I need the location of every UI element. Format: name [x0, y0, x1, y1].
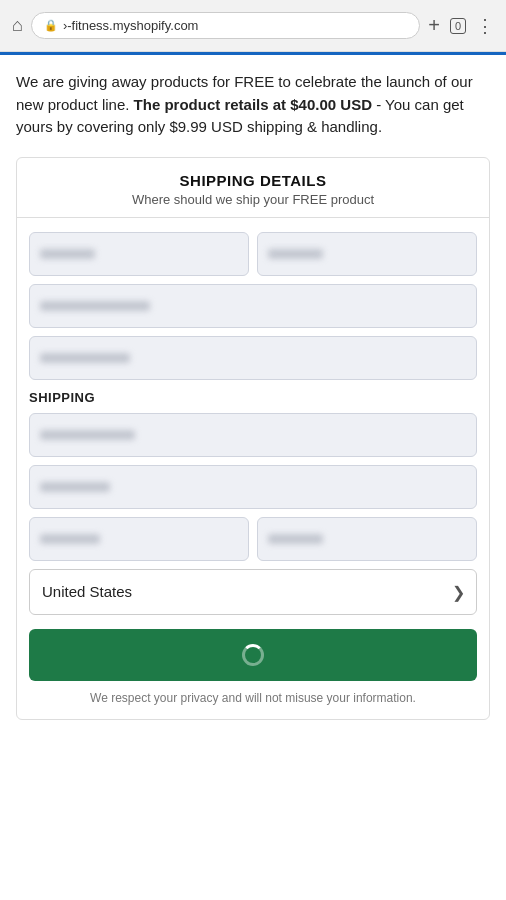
url-text: ›-fitness.myshopify.com	[63, 18, 199, 33]
phone-field[interactable]	[257, 517, 477, 561]
page-content: We are giving away products for FREE to …	[0, 55, 506, 900]
home-icon[interactable]: ⌂	[12, 15, 23, 36]
state-value	[40, 482, 110, 492]
browser-actions: + 0 ⋮	[428, 14, 494, 37]
promo-text-bold: The product retails at $40.00 USD	[134, 96, 372, 113]
privacy-text: We respect your privacy and will not mis…	[29, 691, 477, 705]
shipping-section-label: SHIPPING	[29, 390, 477, 405]
address2-field[interactable]	[29, 336, 477, 380]
address-row	[29, 284, 477, 328]
zip-value	[40, 534, 100, 544]
lock-icon: 🔒	[44, 19, 58, 32]
url-bar[interactable]: 🔒 ›-fitness.myshopify.com	[31, 12, 420, 39]
more-menu-icon[interactable]: ⋮	[476, 15, 494, 37]
loading-spinner	[242, 644, 264, 666]
address-value	[40, 301, 150, 311]
address2-row	[29, 336, 477, 380]
shipping-card-header: SHIPPING DETAILS Where should we ship yo…	[17, 158, 489, 218]
address2-value	[40, 353, 130, 363]
tab-count[interactable]: 0	[450, 18, 466, 34]
first-name-field[interactable]	[29, 232, 249, 276]
city-value	[40, 430, 135, 440]
zip-phone-row	[29, 517, 477, 561]
browser-chrome: ⌂ 🔒 ›-fitness.myshopify.com + 0 ⋮	[0, 0, 506, 52]
country-select[interactable]: United States Canada United Kingdom Aust…	[29, 569, 477, 615]
zip-field[interactable]	[29, 517, 249, 561]
city-field[interactable]	[29, 413, 477, 457]
phone-value	[268, 534, 323, 544]
shipping-card: SHIPPING DETAILS Where should we ship yo…	[16, 157, 490, 720]
address-field[interactable]	[29, 284, 477, 328]
state-row	[29, 465, 477, 509]
city-row	[29, 413, 477, 457]
new-tab-icon[interactable]: +	[428, 14, 440, 37]
first-name-value	[40, 249, 95, 259]
shipping-card-subtitle: Where should we ship your FREE product	[33, 192, 473, 207]
name-row	[29, 232, 477, 276]
last-name-field[interactable]	[257, 232, 477, 276]
shipping-card-body: SHIPPING	[17, 218, 489, 719]
country-select-wrapper[interactable]: United States Canada United Kingdom Aust…	[29, 569, 477, 615]
submit-button[interactable]	[29, 629, 477, 681]
state-field[interactable]	[29, 465, 477, 509]
promo-text: We are giving away products for FREE to …	[16, 71, 490, 139]
shipping-card-title: SHIPPING DETAILS	[33, 172, 473, 189]
last-name-value	[268, 249, 323, 259]
